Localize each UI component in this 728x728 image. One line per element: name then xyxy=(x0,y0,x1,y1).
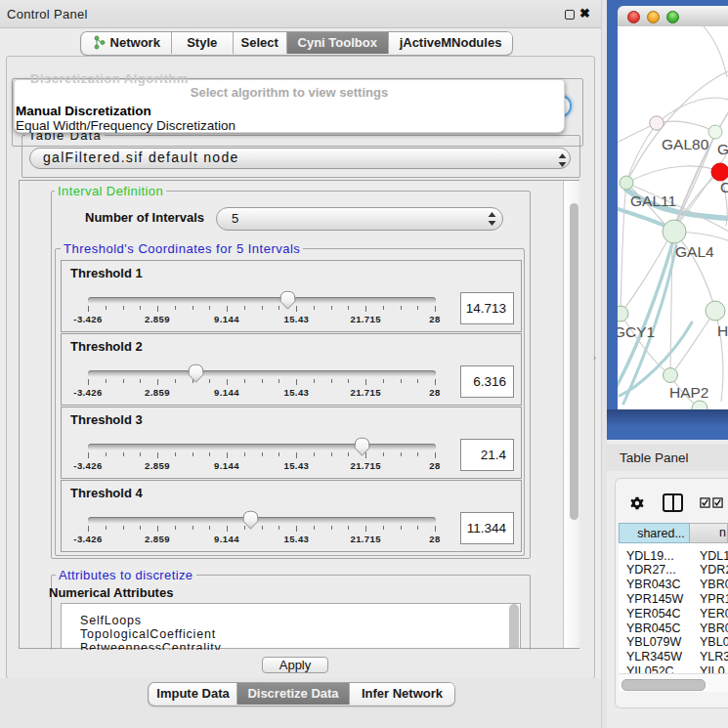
svg-text:GCY1: GCY1 xyxy=(618,323,655,340)
svg-text:C: C xyxy=(720,179,728,195)
svg-text:GAL80: GAL80 xyxy=(662,136,709,152)
svg-text:GAL11: GAL11 xyxy=(630,193,676,209)
svg-text:HAP2: HAP2 xyxy=(669,384,709,401)
svg-text:GAL4: GAL4 xyxy=(675,243,714,260)
svg-text:H: H xyxy=(717,322,728,339)
svg-text:GA: GA xyxy=(717,141,728,157)
